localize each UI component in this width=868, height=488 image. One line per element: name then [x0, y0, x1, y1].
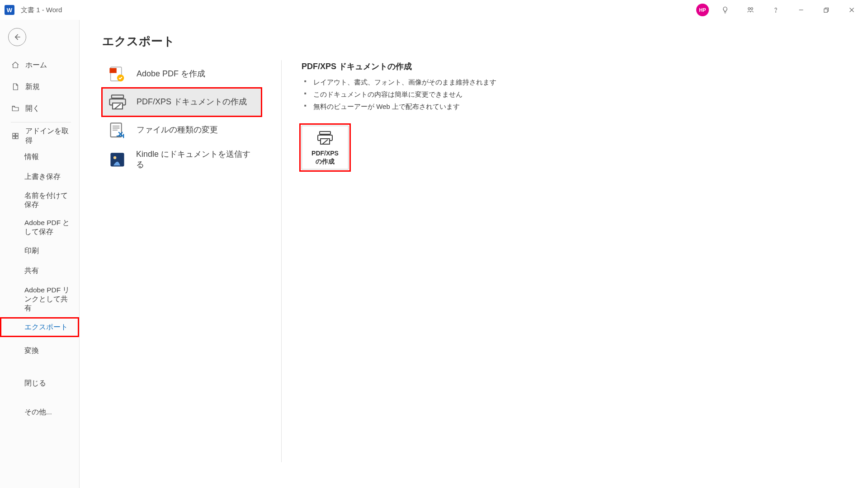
export-pdfxps-icon — [108, 93, 127, 111]
close-window-button[interactable] — [839, 0, 864, 20]
word-app-icon: W — [5, 5, 14, 15]
home-icon — [11, 61, 20, 70]
svg-rect-5 — [824, 9, 828, 13]
page-title: エクスポート — [102, 33, 868, 49]
nav-label: 共有 — [24, 266, 39, 275]
help-icon[interactable] — [763, 0, 788, 20]
nav-label: アドインを取得 — [25, 127, 75, 145]
nav-saveas[interactable]: 名前を付けて保存 — [0, 187, 79, 214]
nav-label: 閉じる — [24, 379, 46, 388]
nav-label: Adobe PDF リンクとして共有 — [24, 286, 73, 313]
svg-rect-21 — [320, 131, 330, 134]
nav-label: 名前を付けて保存 — [24, 191, 73, 209]
account-avatar[interactable]: HP — [696, 4, 709, 16]
export-option-change-type[interactable]: ファイルの種類の変更 — [102, 116, 261, 144]
nav-label: 新規 — [25, 82, 40, 92]
export-option-label: PDF/XPS ドキュメントの作成 — [137, 97, 247, 107]
nav-label: 上書き保存 — [24, 172, 61, 181]
nav-addins[interactable]: アドインを取得 — [0, 125, 79, 147]
nav-other[interactable]: その他... — [0, 402, 79, 422]
svg-point-20 — [113, 156, 116, 159]
export-detail: PDF/XPS ドキュメントの作成 レイアウト、書式、フォント、画像がそのまま維… — [302, 60, 868, 462]
document-title: 文書 1 - Word — [21, 6, 62, 14]
svg-point-1 — [751, 8, 753, 10]
nav-print[interactable]: 印刷 — [0, 241, 79, 261]
detail-bullet: このドキュメントの内容は簡単に変更できません — [302, 89, 868, 101]
restore-button[interactable] — [814, 0, 839, 20]
nav-share[interactable]: 共有 — [0, 261, 79, 281]
export-option-kindle[interactable]: Kindle にドキュメントを送信する — [102, 144, 261, 175]
export-option-pdf-xps[interactable]: PDF/XPS ドキュメントの作成 — [102, 88, 261, 116]
nav-label: 情報 — [24, 152, 39, 161]
export-option-label: ファイルの種類の変更 — [137, 125, 218, 135]
folder-open-icon — [11, 104, 20, 113]
svg-rect-15 — [112, 95, 123, 99]
nav-label: 印刷 — [24, 246, 39, 255]
nav-home[interactable]: ホーム — [0, 54, 79, 76]
svg-rect-13 — [109, 68, 116, 73]
nav-label: ホーム — [25, 61, 47, 70]
create-pdfxps-button[interactable]: PDF/XPS の作成 — [302, 126, 349, 169]
nav-export[interactable]: エクスポート — [0, 317, 79, 337]
nav-info[interactable]: 情報 — [0, 147, 79, 167]
addins-icon — [11, 131, 20, 141]
content-area: エクスポート Adobe PDF を作成 PDF/XPS ドキュメントの作成 — [80, 20, 868, 488]
titlebar: W 文書 1 - Word HP — [0, 0, 868, 20]
export-option-label: Adobe PDF を作成 — [137, 69, 205, 79]
export-option-adobe-pdf[interactable]: Adobe PDF を作成 — [102, 60, 261, 88]
nav-transform[interactable]: 変換 — [0, 341, 79, 361]
new-file-icon — [11, 82, 20, 91]
column-divider — [281, 60, 282, 462]
nav-adobe-save[interactable]: Adobe PDF として保存 — [0, 214, 79, 241]
nav-adobe-share[interactable]: Adobe PDF リンクとして共有 — [0, 281, 79, 317]
backstage-leftnav: ホーム 新規 開く アドインを取得 情報 上書き保存 — [0, 20, 80, 488]
detail-title: PDF/XPS ドキュメントの作成 — [302, 61, 868, 72]
detail-bullet: レイアウト、書式、フォント、画像がそのまま維持されます — [302, 76, 868, 89]
nav-label: Adobe PDF として保存 — [24, 218, 73, 236]
nav-open[interactable]: 開く — [0, 98, 79, 119]
detail-bullets: レイアウト、書式、フォント、画像がそのまま維持されます このドキュメントの内容は… — [302, 76, 868, 113]
svg-point-2 — [775, 12, 776, 12]
detail-bullet: 無料のビューアーが Web 上で配布されています — [302, 101, 868, 113]
svg-point-0 — [748, 8, 750, 10]
back-button[interactable] — [8, 28, 26, 46]
nav-close[interactable]: 閉じる — [0, 373, 79, 393]
svg-rect-9 — [16, 133, 18, 136]
create-pdfxps-icon — [316, 131, 334, 145]
nav-save[interactable]: 上書き保存 — [0, 167, 79, 187]
lightbulb-icon[interactable] — [712, 0, 738, 20]
nav-label: エクスポート — [24, 323, 68, 332]
create-pdfxps-label: PDF/XPS の作成 — [311, 150, 339, 165]
svg-rect-11 — [16, 136, 18, 139]
feedback-icon[interactable] — [738, 0, 763, 20]
svg-rect-10 — [13, 136, 15, 139]
nav-label: 変換 — [24, 346, 39, 355]
nav-label: 開く — [25, 104, 40, 113]
kindle-icon — [108, 150, 127, 169]
change-filetype-icon — [108, 121, 127, 139]
export-option-list: Adobe PDF を作成 PDF/XPS ドキュメントの作成 ファイルの種類の… — [102, 60, 261, 462]
adobe-pdf-icon — [108, 65, 127, 83]
minimize-button[interactable] — [788, 0, 814, 20]
nav-new[interactable]: 新規 — [0, 76, 79, 98]
nav-label: その他... — [24, 408, 52, 417]
svg-rect-8 — [13, 133, 15, 136]
nav-separator — [11, 122, 71, 122]
export-option-label: Kindle にドキュメントを送信する — [136, 149, 256, 170]
